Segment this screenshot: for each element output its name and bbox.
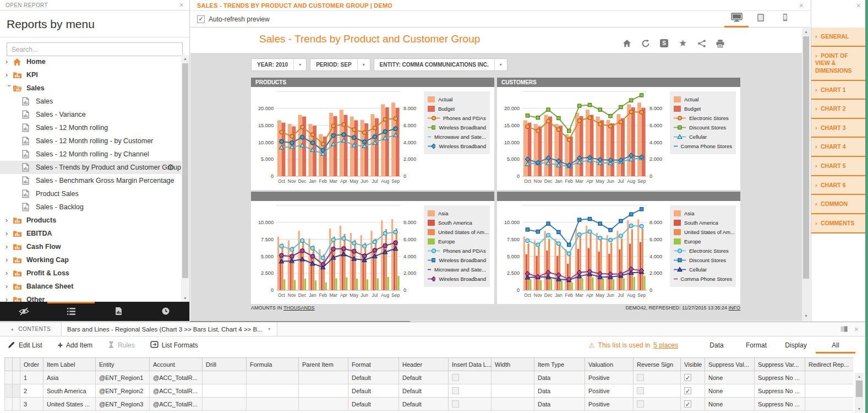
panel-section-chart-3[interactable]: ›CHART 3	[811, 119, 865, 138]
cell-format[interactable]: Default	[348, 371, 399, 384]
cell-format[interactable]: Default	[348, 398, 399, 411]
cell-insert_data[interactable]	[449, 384, 492, 398]
cell-item_label[interactable]: South America	[43, 384, 96, 398]
cell-visible[interactable]: ✓	[681, 371, 705, 384]
chart-card-4[interactable]: 02.5005.0007.50010.00002.0004.0006.0008.…	[497, 192, 740, 304]
insert_data-checkbox[interactable]	[452, 387, 459, 394]
gear-icon[interactable]: ⚙	[167, 162, 174, 172]
cell-item_label[interactable]: Asia	[43, 371, 96, 384]
chevron-right-icon[interactable]: ›	[6, 71, 13, 79]
chevron-right-icon[interactable]: ›	[6, 269, 13, 277]
cell-valuation[interactable]: Positive	[585, 371, 634, 384]
auto-refresh-checkbox[interactable]: ✓	[197, 15, 205, 23]
cell-header[interactable]: Default	[399, 371, 449, 384]
scrollbar-thumb[interactable]	[182, 63, 188, 278]
table-row[interactable]: 1Asia@ENT_Region1@ACC_TotalR...DefaultDe…	[5, 371, 854, 384]
table-scrollbar[interactable]: ▲ ▼	[855, 373, 864, 412]
tab-data[interactable]: Data	[697, 337, 736, 354]
row-selector-cell[interactable]	[13, 398, 20, 411]
cell-suppress_val[interactable]: None	[705, 384, 755, 398]
cell-formula[interactable]	[247, 384, 299, 398]
tree-item-sales[interactable]: ›Sales	[0, 81, 181, 95]
desktop-preview-toggle[interactable]	[724, 11, 749, 28]
scrollbar-thumb[interactable]	[856, 381, 862, 397]
cell-drill[interactable]	[203, 398, 247, 411]
refresh-icon[interactable]	[641, 39, 650, 48]
cell-suppress_val[interactable]: None	[705, 398, 755, 411]
cell-formula[interactable]	[247, 371, 299, 384]
tree-item-cash-flow[interactable]: ›Cash Flow	[0, 240, 181, 253]
tree-item-products[interactable]: ›Products	[0, 214, 181, 227]
cell-account[interactable]: @ACC_TotalR...	[150, 384, 203, 398]
chevron-right-icon[interactable]: ›	[6, 256, 13, 264]
tree-item-kpi[interactable]: ›KPI	[0, 68, 181, 81]
tree-item-home[interactable]: ›Home	[0, 55, 181, 68]
tree-item-profit-loss[interactable]: ›Profit & Loss	[0, 267, 181, 280]
cell-insert_data[interactable]	[449, 398, 492, 411]
scroll-up-icon[interactable]: ▲	[855, 373, 864, 380]
cell-formula[interactable]	[247, 398, 299, 411]
cell-account[interactable]: @ACC_TotalR...	[150, 371, 203, 384]
info-link[interactable]: INFO	[729, 305, 741, 311]
insert_data-checkbox[interactable]	[452, 400, 459, 407]
cell-width[interactable]	[492, 384, 534, 398]
panel-section-point-of-view-dimensions[interactable]: ›POINT OF VIEW & DIMENSIONS	[811, 47, 865, 81]
scrollbar-thumb[interactable]	[803, 36, 809, 279]
contents-tab[interactable]: ▲ CONTENTS	[0, 322, 62, 336]
cell-reverse_sign[interactable]	[634, 384, 681, 398]
cell-width[interactable]	[492, 371, 534, 384]
reverse_sign-checkbox[interactable]	[637, 374, 644, 381]
tablet-preview-toggle[interactable]	[749, 11, 773, 28]
cell-reverse_sign[interactable]	[634, 371, 681, 384]
mobile-preview-toggle[interactable]	[773, 11, 797, 28]
cell-order[interactable]: 1	[20, 371, 43, 384]
row-selector-cell[interactable]	[5, 371, 13, 384]
tab-display[interactable]: Display	[776, 337, 816, 354]
cell-suppress_var[interactable]: Suppress No ...	[755, 384, 805, 398]
cell-order[interactable]: 2	[20, 384, 43, 398]
cell-visible[interactable]: ✓	[681, 398, 705, 411]
chevron-down-icon[interactable]: ›	[6, 85, 13, 92]
panel-section-chart-2[interactable]: ›CHART 2	[811, 100, 865, 119]
cell-visible[interactable]: ✓	[681, 384, 705, 398]
visible-checkbox[interactable]: ✓	[684, 374, 691, 381]
tree-item-balance-sheet[interactable]: ›Balance Sheet	[0, 280, 181, 293]
thousands-link[interactable]: THOUSANDS	[283, 305, 315, 311]
row-selector-cell[interactable]	[13, 384, 20, 398]
cell-entity[interactable]: @ENT_Region3	[96, 398, 150, 411]
panel-section-common[interactable]: ›COMMON	[811, 195, 865, 214]
cell-item_type[interactable]: Data	[534, 384, 585, 398]
rules-button[interactable]: Rules	[108, 341, 135, 350]
panel-section-comments[interactable]: ›COMMENTS	[811, 214, 865, 233]
scroll-up-icon[interactable]: ▲	[802, 28, 810, 35]
cell-account[interactable]: @ACC_TotalR...	[150, 398, 203, 411]
panel-section-chart-5[interactable]: ›CHART 5	[811, 157, 865, 176]
table-row[interactable]: 3United States ...@ENT_Region3@ACC_Total…	[5, 398, 854, 411]
favorite-icon[interactable]: ★	[678, 39, 687, 48]
chart-card-customers[interactable]: CUSTOMERS05.00010.00015.00020.00002.0004…	[497, 78, 740, 190]
cell-valuation[interactable]: Positive	[585, 384, 634, 398]
cell-item_type[interactable]: Data	[534, 371, 585, 384]
row-selector-cell[interactable]	[13, 371, 20, 384]
cell-item_type[interactable]: Data	[534, 398, 585, 411]
add-item-button[interactable]: +Add Item	[58, 341, 92, 350]
chart-card-3[interactable]: 02.5005.0007.50010.00002.0004.0006.0008.…	[251, 192, 494, 304]
chevron-right-icon[interactable]: ›	[6, 230, 13, 237]
cell-width[interactable]	[492, 398, 534, 411]
preview-scrollbar[interactable]: ▲ ▼	[802, 28, 810, 321]
list-tab[interactable]: Bars and Lines - Regional Sales (Chart 3…	[62, 322, 277, 336]
chevron-down-icon[interactable]: ▼	[494, 59, 507, 70]
close-icon[interactable]: ×	[854, 325, 859, 333]
panel-section-chart-1[interactable]: ›CHART 1	[811, 81, 865, 100]
panel-section-chart-4[interactable]: ›CHART 4	[811, 138, 865, 157]
tree-item-other[interactable]: ›Other	[0, 293, 181, 302]
tree-item-product-sales[interactable]: Product Sales	[0, 187, 181, 200]
edit-list-button[interactable]: Edit List	[8, 341, 42, 350]
table-row[interactable]: 2South America@ENT_Region2@ACC_TotalR...…	[5, 384, 854, 398]
tree-scrollbar[interactable]: ▲ ▼	[181, 55, 189, 302]
history-button[interactable]	[142, 302, 189, 321]
chevron-right-icon[interactable]: ›	[6, 58, 13, 66]
list-formats-button[interactable]: List Formats	[150, 341, 198, 350]
chevron-right-icon[interactable]: ›	[6, 243, 13, 251]
tree-item-sales-variance[interactable]: Sales - Variance	[0, 108, 181, 121]
